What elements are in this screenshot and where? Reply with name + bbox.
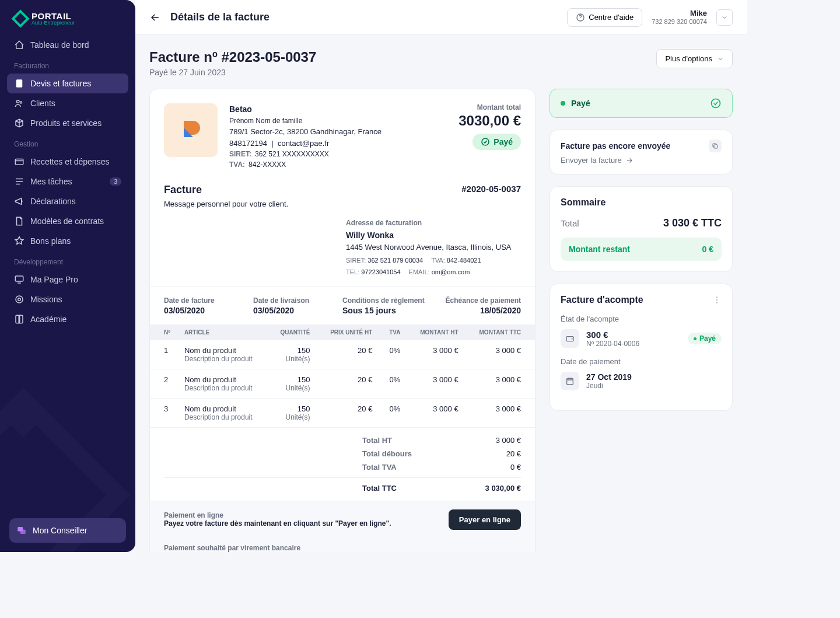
totals: Total HT3 000 € Total débours20 € Total … bbox=[150, 428, 535, 501]
chevron-down-icon bbox=[717, 55, 724, 62]
sidebar-item-label: Ma Page Pro bbox=[30, 275, 78, 284]
sidebar-item-label: Modèles de contrats bbox=[30, 217, 104, 226]
deposit-date: 27 Oct 2019 bbox=[586, 372, 722, 382]
copy-icon bbox=[712, 142, 719, 149]
conseiller-button[interactable]: Mon Conseiller bbox=[9, 518, 126, 543]
svg-rect-17 bbox=[567, 378, 573, 385]
people-icon bbox=[14, 98, 24, 109]
wallet-icon bbox=[14, 156, 24, 167]
sidebar-item-deals[interactable]: Bons plans bbox=[7, 231, 128, 251]
sidebar-item-academy[interactable]: Académie bbox=[7, 309, 128, 329]
user-menu-toggle[interactable] bbox=[716, 9, 733, 26]
th-qty: QUANTITÉ bbox=[268, 324, 317, 340]
content: Facture nº #2023-05-0037 Payé le 27 Juin… bbox=[135, 35, 747, 552]
sidebar-item-dashboard[interactable]: Tableau de bord bbox=[7, 35, 128, 55]
paid-text: Payé bbox=[494, 137, 513, 146]
sidebar-item-label: Clients bbox=[30, 99, 55, 108]
sidebar-item-label: Déclarations bbox=[30, 197, 76, 206]
sidebar-item-declarations[interactable]: Déclarations bbox=[7, 191, 128, 211]
svg-point-2 bbox=[20, 102, 22, 103]
nav-section-billing: Facturation bbox=[7, 55, 128, 74]
company-address: 789/1 Sector-2c, 38200 Gandhinagar, Fran… bbox=[229, 126, 447, 138]
user-name: Mike bbox=[652, 9, 707, 18]
sidebar-item-products[interactable]: Produits et services bbox=[7, 113, 128, 133]
sidebar-item-page-pro[interactable]: Ma Page Pro bbox=[7, 270, 128, 289]
online-payment-text: Payez votre facture dès maintenant en cl… bbox=[164, 519, 391, 528]
sidebar-item-contracts[interactable]: Modèles de contrats bbox=[7, 211, 128, 231]
total-amount: 3030,00 € bbox=[459, 113, 521, 129]
send-title: Facture pas encore envoyée bbox=[561, 141, 670, 151]
sidebar-item-label: Devis et factures bbox=[30, 79, 91, 88]
deposit-date-row: 27 Oct 2019 Jeudi bbox=[561, 372, 722, 390]
sidebar: PORTAIL Auto-Entrepreneur Tableau de bor… bbox=[0, 0, 135, 552]
sidebar-item-clients[interactable]: Clients bbox=[7, 93, 128, 113]
svg-rect-3 bbox=[15, 159, 23, 165]
tasks-badge: 3 bbox=[110, 177, 121, 186]
box-icon bbox=[14, 118, 24, 128]
more-options-button[interactable]: Plus d'options bbox=[656, 49, 733, 68]
sidebar-footer: Mon Conseiller bbox=[0, 509, 135, 552]
siret-value: 362 521 XXXXXXXXXX bbox=[255, 149, 329, 159]
th-tva: TVA bbox=[379, 324, 407, 340]
sidebar-item-transactions[interactable]: Recettes et dépenses bbox=[7, 152, 128, 172]
bank-transfer-label: Paiement souhaité par virement bancaire bbox=[164, 544, 521, 552]
logo-main-text: PORTAIL bbox=[32, 12, 75, 20]
table-row: 2 Nom du produitDescription du produit 1… bbox=[150, 369, 535, 398]
deposit-card: Facture d'acompte État de l'acompte 300 … bbox=[550, 284, 733, 411]
user-id: 732 829 320 00074 bbox=[652, 18, 707, 26]
document-number: #2020-05-0037 bbox=[461, 184, 521, 194]
deposit-date-label: Date de paiement bbox=[561, 357, 722, 366]
status-text: Payé bbox=[571, 99, 704, 108]
company-logo bbox=[164, 103, 218, 157]
deposit-day: Jeudi bbox=[586, 382, 722, 390]
deposit-paid-badge: Payé bbox=[688, 333, 722, 344]
more-dots-icon[interactable] bbox=[712, 295, 722, 305]
sidebar-item-quotes[interactable]: Devis et factures bbox=[7, 74, 128, 93]
table-row: 1 Nom du produitDescription du produit 1… bbox=[150, 340, 535, 369]
svg-point-14 bbox=[716, 299, 718, 301]
help-button[interactable]: Centre d'aide bbox=[567, 8, 642, 27]
sidebar-item-label: Recettes et dépenses bbox=[30, 157, 109, 166]
svg-point-1 bbox=[17, 100, 20, 103]
monitor-icon bbox=[14, 274, 24, 285]
conseiller-label: Mon Conseiller bbox=[33, 526, 87, 535]
sidebar-item-label: Tableau de bord bbox=[30, 40, 89, 50]
deposit-info-row: 300 € Nº 2020-04-0006 Payé bbox=[561, 329, 722, 348]
billing-addr: 1445 West Norwood Avenue, Itasca, Illino… bbox=[346, 242, 521, 253]
sidebar-item-label: Académie bbox=[30, 315, 66, 324]
company-name: Betao bbox=[229, 103, 447, 116]
company-info: Betao Prénom Nom de famille 789/1 Sector… bbox=[229, 103, 447, 170]
document-type: Facture bbox=[164, 184, 288, 196]
pay-online-button[interactable]: Payer en ligne bbox=[449, 509, 521, 530]
summary-total-value: 3 030 € TTC bbox=[663, 217, 722, 229]
check-circle-icon bbox=[481, 137, 490, 146]
back-arrow-icon[interactable] bbox=[149, 12, 161, 23]
bank-transfer-block: Paiement souhaité par virement bancaire … bbox=[150, 538, 535, 553]
sidebar-item-tasks[interactable]: Mes tâches 3 bbox=[7, 172, 128, 191]
check-circle-icon bbox=[710, 97, 722, 109]
billing-label: Adresse de facturation bbox=[346, 218, 521, 228]
online-payment-block: Paiement en ligne Payez votre facture dè… bbox=[150, 501, 535, 538]
deposit-title: Facture d'acompte bbox=[561, 295, 643, 305]
megaphone-icon bbox=[14, 196, 24, 207]
nav-section-dev: Développement bbox=[7, 251, 128, 270]
paid-badge: Payé bbox=[473, 134, 521, 150]
sidebar-item-missions[interactable]: Missions bbox=[7, 289, 128, 309]
company-person: Prénom Nom de famille bbox=[229, 116, 447, 126]
wallet-icon bbox=[561, 329, 579, 348]
remaining-block: Montant restant 0 € bbox=[561, 238, 722, 261]
svg-rect-12 bbox=[714, 145, 718, 148]
page-title: Facture nº #2023-05-0037 bbox=[149, 49, 316, 65]
sidebar-item-label: Bons plans bbox=[30, 236, 71, 246]
summary-card: Sommaire Total 3 030 € TTC Montant resta… bbox=[550, 186, 733, 272]
status-card: Payé bbox=[550, 89, 733, 118]
invoice-header: Betao Prénom Nom de famille 789/1 Sector… bbox=[150, 89, 535, 179]
send-invoice-link[interactable]: Envoyer la facture bbox=[561, 156, 722, 165]
logo[interactable]: PORTAIL Auto-Entrepreneur bbox=[0, 0, 135, 35]
page-subtitle: Payé le 27 Juin 2023 bbox=[149, 68, 316, 77]
star-icon bbox=[14, 236, 24, 246]
col-left: Betao Prénom Nom de famille 789/1 Sector… bbox=[149, 89, 536, 552]
copy-icon-box[interactable] bbox=[709, 139, 722, 152]
company-phone: 848172194 bbox=[229, 139, 267, 148]
svg-point-5 bbox=[16, 296, 23, 303]
